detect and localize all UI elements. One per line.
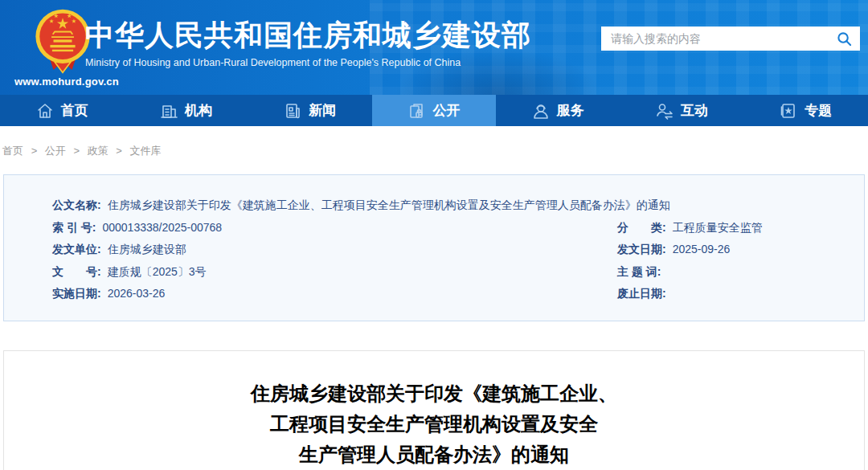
meta-row-category: 分 类:工程质量安全监管	[617, 217, 864, 239]
nav-item-home[interactable]: 首页	[0, 95, 124, 126]
meta-label: 主 题 词:	[617, 265, 661, 278]
document-meta-box: 公文名称:住房城乡建设部关于印发《建筑施工企业、工程项目安全生产管理机构设置及安…	[3, 174, 865, 321]
search-input[interactable]	[601, 27, 828, 50]
meta-value: 住房城乡建设部关于印发《建筑施工企业、工程项目安全生产管理机构设置及安全生产管理…	[108, 198, 670, 211]
meta-value: 住房城乡建设部	[108, 243, 186, 255]
article-title-line-3: 生产管理人员配备办法》的通知	[4, 439, 864, 470]
home-icon	[36, 102, 54, 120]
meta-label: 分 类:	[617, 221, 666, 234]
breadcrumb-policy[interactable]: 政策	[88, 145, 108, 157]
meta-label: 发文日期:	[617, 243, 666, 255]
meta-label: 索 引 号:	[52, 221, 96, 234]
nav-label: 互动	[681, 101, 708, 120]
breadcrumb-separator: >	[31, 145, 38, 157]
meta-row-issuing-unit: 发文单位:住房城乡建设部	[52, 239, 617, 261]
breadcrumb: 首页 > 公开 > 政策 > 文件库	[0, 126, 868, 158]
meta-row-effective-date: 实施日期:2026-03-26	[52, 283, 617, 305]
site-url-text: www.mohurd.gov.cn	[14, 76, 111, 88]
main-nav: 首页 机构 新闻 公开 服务	[0, 95, 868, 126]
nav-item-organization[interactable]: 机构	[124, 95, 248, 126]
breadcrumb-home[interactable]: 首页	[2, 145, 23, 157]
nav-label: 新闻	[309, 101, 336, 120]
magnifier-icon	[837, 31, 852, 47]
meta-row-repeal-date: 废止日期:	[617, 283, 864, 305]
meta-value: 工程质量安全监管	[673, 221, 763, 234]
article-title: 住房城乡建设部关于印发《建筑施工企业、 工程项目安全生产管理机构设置及安全 生产…	[4, 378, 864, 470]
search-box	[601, 27, 860, 51]
breadcrumb-separator: >	[73, 145, 80, 157]
meta-label: 公文名称:	[52, 198, 101, 211]
breadcrumb-disclosure[interactable]: 公开	[45, 145, 66, 157]
breadcrumb-library[interactable]: 文件库	[130, 145, 162, 157]
nav-item-interaction[interactable]: 互动	[620, 95, 743, 126]
meta-row-subject-words: 主 题 词:	[617, 261, 864, 284]
newspaper-icon	[284, 102, 301, 120]
topics-star-icon	[780, 102, 797, 120]
search-button[interactable]	[828, 27, 860, 51]
nav-label: 公开	[432, 101, 460, 120]
site-header: www.mohurd.gov.cn 中华人民共和国住房和城乡建设部 Minist…	[0, 0, 868, 95]
meta-value: 2025-09-26	[673, 243, 731, 255]
meta-value: 2026-03-26	[108, 287, 166, 300]
meta-row-publish-date: 发文日期:2025-09-26	[617, 239, 864, 261]
meta-label: 废止日期:	[617, 287, 666, 300]
meta-value: 000013338/2025-00768	[102, 221, 222, 234]
article-title-line-1: 住房城乡建设部关于印发《建筑施工企业、	[4, 378, 864, 409]
meta-row-doc-name: 公文名称:住房城乡建设部关于印发《建筑施工企业、工程项目安全生产管理机构设置及安…	[52, 194, 864, 217]
nav-item-services[interactable]: 服务	[496, 95, 620, 126]
nav-label: 机构	[185, 101, 212, 120]
nav-item-disclosure[interactable]: 公开	[372, 95, 496, 126]
article-title-line-2: 工程项目安全生产管理机构设置及安全	[4, 409, 864, 439]
meta-row-index-number: 索 引 号:000013338/2025-00768	[52, 217, 617, 239]
site-titles: 中华人民共和国住房和城乡建设部 Ministry of Housing and …	[85, 18, 531, 68]
disclosure-documents-icon	[407, 102, 425, 120]
site-title-english: Ministry of Housing and Urban-Rural Deve…	[85, 57, 531, 68]
service-person-icon	[532, 102, 550, 120]
article-box: 住房城乡建设部关于印发《建筑施工企业、 工程项目安全生产管理机构设置及安全 生产…	[3, 350, 865, 470]
nav-label: 专题	[805, 101, 832, 120]
meta-value: 建质规〔2025〕3号	[108, 265, 207, 278]
meta-label: 发文单位:	[52, 243, 101, 255]
nav-item-topics[interactable]: 专题	[744, 95, 868, 126]
nav-label: 首页	[61, 101, 88, 120]
nav-label: 服务	[557, 101, 584, 120]
interaction-arrows-icon	[656, 102, 674, 120]
meta-label: 实施日期:	[52, 287, 101, 300]
meta-row-doc-number: 文 号:建质规〔2025〕3号	[52, 261, 617, 284]
meta-column-left: 索 引 号:000013338/2025-00768 发文单位:住房城乡建设部 …	[52, 217, 617, 305]
meta-column-right: 分 类:工程质量安全监管 发文日期:2025-09-26 主 题 词: 废止日期…	[617, 217, 864, 305]
meta-label: 文 号:	[52, 265, 101, 278]
site-title-chinese: 中华人民共和国住房和城乡建设部	[85, 18, 531, 53]
nav-item-news[interactable]: 新闻	[248, 95, 372, 126]
building-icon	[160, 102, 178, 120]
breadcrumb-separator: >	[116, 145, 122, 157]
